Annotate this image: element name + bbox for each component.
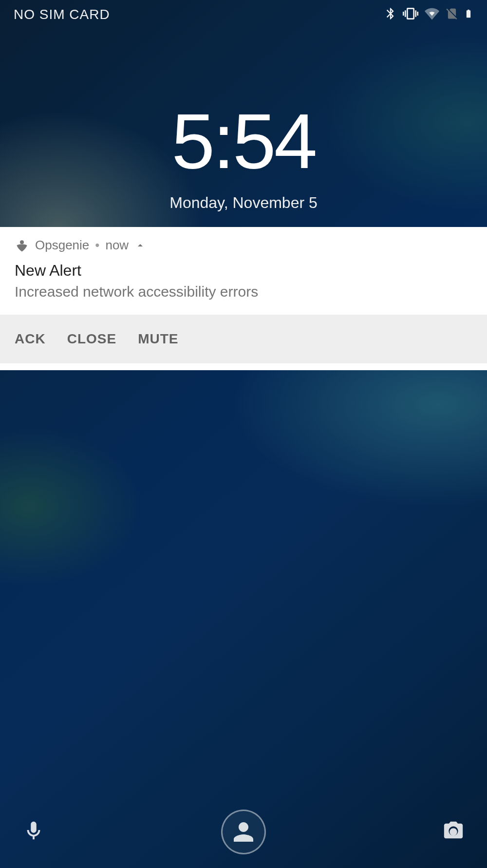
camera-icon	[442, 820, 465, 842]
chevron-up-icon[interactable]	[134, 240, 146, 251]
bluetooth-icon	[384, 6, 397, 23]
notification-gap	[0, 363, 487, 370]
vibrate-icon	[402, 6, 419, 23]
wifi-icon	[424, 6, 440, 23]
svg-point-0	[20, 240, 24, 244]
lockscreen-bottom-bar	[0, 810, 487, 854]
notification-actions: ACK CLOSE MUTE	[0, 315, 487, 363]
mute-button[interactable]: MUTE	[138, 331, 178, 347]
no-sim-icon	[445, 6, 459, 23]
carrier-label: NO SIM CARD	[14, 7, 110, 22]
notification-title: New Alert	[0, 262, 487, 281]
person-icon	[229, 817, 258, 847]
battery-icon	[464, 6, 473, 23]
clock-date: Monday, November 5	[169, 194, 318, 212]
microphone-icon	[22, 820, 45, 842]
notification-header[interactable]: Opsgenie • now	[0, 227, 487, 262]
clock-time: 5:54	[171, 102, 315, 180]
voice-assist-button[interactable]	[22, 820, 45, 844]
camera-button[interactable]	[442, 820, 465, 844]
user-switcher-button[interactable]	[221, 810, 266, 854]
close-button[interactable]: CLOSE	[67, 331, 116, 347]
notification-time-label: now	[105, 238, 129, 253]
status-bar: NO SIM CARD	[0, 0, 487, 29]
lockscreen-clock: 5:54 Monday, November 5	[0, 102, 487, 212]
notification-separator: •	[95, 238, 99, 253]
status-icons	[384, 6, 473, 23]
notification-app-name: Opsgenie	[35, 238, 89, 253]
ack-button[interactable]: ACK	[15, 331, 46, 347]
notification-card[interactable]: Opsgenie • now New Alert Increased netwo…	[0, 227, 487, 370]
notification-body: Increased network accessibility errors	[0, 281, 487, 315]
opsgenie-app-icon	[15, 238, 29, 253]
